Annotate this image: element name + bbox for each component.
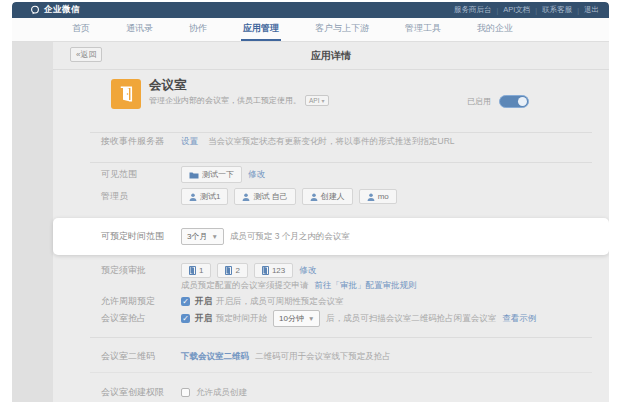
row-admins: 管理员 测试1 测试 自己 创建人 mo (101, 188, 595, 205)
page-title: 应用详情 (53, 42, 609, 69)
row-preempt: 会议室抢占 ✓ 开启 预定时间开始 10分钟 ▼ 后，成员可扫描会议室二维码抢占… (101, 310, 595, 327)
chevron-down-icon: ▼ (211, 233, 217, 240)
preempt-checkbox[interactable]: ✓ (181, 314, 190, 323)
tab-management-tools[interactable]: 管理工具 (403, 18, 443, 41)
meeting-room-app-icon (111, 79, 141, 109)
row-visible-range: 可见范围 测试一下 修改 (101, 166, 595, 183)
admin-member-name: 创建人 (321, 191, 345, 202)
door-icon (117, 85, 135, 103)
divider (90, 162, 592, 163)
tab-customers[interactable]: 客户与上下游 (313, 18, 371, 41)
admin-member-name: 测试 自己 (253, 191, 287, 202)
api-tag-label: API (309, 97, 319, 104)
admin-member-chip[interactable]: 创建人 (302, 188, 353, 205)
divider (90, 372, 592, 373)
link-api-docs[interactable]: API文档 (503, 5, 530, 15)
row-label: 可预定时间范围 (101, 230, 181, 243)
select-value: 3个月 (187, 231, 207, 242)
visible-range-name: 测试一下 (202, 169, 234, 180)
approval-config-link[interactable]: 前往「审批」配置审批规则 (315, 280, 417, 292)
divider (90, 132, 592, 133)
approval-room-chip[interactable]: 2 (217, 263, 247, 278)
content-column: «返回 应用详情 会议室 管理企业内部的会议室，供员工预定使用。 API ▾ (53, 42, 609, 402)
brand-name: 企业微信 (44, 4, 80, 16)
row-bookable-range: 可预定时间范围 3个月 ▼ 成员可预定 3 个月之内的会议室 (101, 218, 595, 255)
admin-member-name: mo (378, 192, 389, 201)
preempt-delay-select[interactable]: 10分钟 ▼ (273, 310, 320, 327)
tab-home[interactable]: 首页 (70, 18, 92, 41)
row-label: 预定须审批 (101, 264, 181, 277)
link-service-console[interactable]: 服务商后台 (454, 5, 492, 15)
main-nav: 首页 通讯录 协作 应用管理 客户与上下游 管理工具 我的企业 (12, 18, 609, 42)
page-header: «返回 应用详情 (53, 42, 609, 70)
person-icon (310, 193, 318, 201)
tab-my-enterprise[interactable]: 我的企业 (475, 18, 515, 41)
preempt-desc-after: 后，成员可扫描会议室二维码抢占闲置会议室 (326, 313, 496, 325)
bookable-range-select[interactable]: 3个月 ▼ (181, 228, 224, 245)
status-label: 已启用 (467, 96, 491, 107)
checkbox-label: 允许成员创建 (196, 387, 247, 399)
row-desc: 开启后，成员可周期性预定会议室 (216, 296, 344, 308)
select-value: 10分钟 (279, 313, 304, 324)
enabled-toggle[interactable] (499, 95, 529, 108)
person-icon (367, 193, 375, 201)
door-icon (262, 266, 269, 275)
wecom-logo-icon (30, 5, 40, 15)
door-icon (225, 266, 232, 275)
approval-desc: 成员预定配置的会议室须提交申请 (181, 280, 309, 292)
modify-link[interactable]: 修改 (248, 169, 265, 181)
approval-room-chip[interactable]: 1 (181, 263, 211, 278)
approval-room-chip[interactable]: 123 (254, 263, 293, 278)
app-description-text: 管理企业内部的会议室，供员工预定使用。 (149, 95, 301, 106)
link-separator: | (577, 7, 579, 14)
link-separator: | (496, 7, 498, 14)
view-example-link[interactable]: 查看示例 (502, 313, 536, 325)
setup-link[interactable]: 设置 (181, 136, 198, 148)
row-approval: 预定须审批 1 2 123 修改 (101, 263, 595, 278)
toggle-knob (518, 97, 527, 106)
door-icon (189, 266, 196, 275)
app-status: 已启用 (467, 95, 529, 108)
row-label: 允许周期预定 (101, 295, 181, 308)
back-button[interactable]: «返回 (70, 47, 102, 62)
top-links: 服务商后台 | API文档 | 联系客服 | 退出 (454, 5, 599, 15)
admin-window: 企业微信 服务商后台 | API文档 | 联系客服 | 退出 首页 通讯录 协作… (12, 2, 609, 402)
row-periodic: 允许周期预定 ✓ 开启 开启后，成员可周期性预定会议室 (101, 295, 595, 308)
highlighted-setting-band: 可预定时间范围 3个月 ▼ 成员可预定 3 个月之内的会议室 (53, 218, 609, 255)
row-desc: 二维码可用于会议室线下预定及抢占 (255, 351, 391, 363)
row-label: 管理员 (101, 190, 181, 203)
tab-contacts[interactable]: 通讯录 (124, 18, 155, 41)
approval-room-name: 2 (235, 266, 239, 275)
modify-link[interactable]: 修改 (299, 265, 316, 277)
periodic-checkbox[interactable]: ✓ (181, 297, 190, 306)
row-label: 会议室二维码 (101, 350, 181, 363)
link-logout[interactable]: 退出 (584, 5, 599, 15)
person-icon (242, 193, 250, 201)
chevron-down-icon: ▾ (321, 97, 324, 104)
admin-member-chip[interactable]: mo (359, 189, 397, 204)
row-label: 会议室抢占 (101, 312, 181, 325)
periodic-on-label: 开启 (195, 296, 212, 308)
admin-member-chip[interactable]: 测试 自己 (234, 188, 295, 205)
preempt-on-label: 开启 (195, 313, 212, 325)
brand[interactable]: 企业微信 (30, 4, 80, 16)
row-event-server: 接收事件服务器 设置 当会议室预定状态有更新变化时，将以事件的形式推送到指定UR… (101, 135, 595, 148)
top-bar: 企业微信 服务商后台 | API文档 | 联系客服 | 退出 (12, 2, 609, 18)
link-separator: | (535, 7, 537, 14)
api-tag[interactable]: API ▾ (305, 95, 329, 106)
divider (90, 337, 592, 338)
row-desc: 当会议室预定状态有更新变化时，将以事件的形式推送到指定URL (208, 136, 455, 148)
content-area: «返回 应用详情 会议室 管理企业内部的会议室，供员工预定使用。 API ▾ (12, 42, 609, 402)
tab-app-management[interactable]: 应用管理 (241, 18, 281, 41)
row-create-permission: 会议室创建权限 允许成员创建 (101, 386, 595, 399)
admin-member-chip[interactable]: 测试1 (181, 188, 228, 205)
download-qrcode-link[interactable]: 下载会议室二维码 (181, 351, 249, 363)
tab-collaboration[interactable]: 协作 (187, 18, 209, 41)
link-contact-support[interactable]: 联系客服 (542, 5, 572, 15)
visible-range-chip[interactable]: 测试一下 (181, 166, 242, 183)
allow-create-checkbox[interactable] (181, 388, 190, 397)
row-desc: 成员可预定 3 个月之内的会议室 (230, 231, 350, 243)
approval-room-name: 123 (272, 266, 285, 275)
admin-member-name: 测试1 (200, 191, 220, 202)
preempt-desc-before: 预定时间开始 (216, 313, 267, 325)
